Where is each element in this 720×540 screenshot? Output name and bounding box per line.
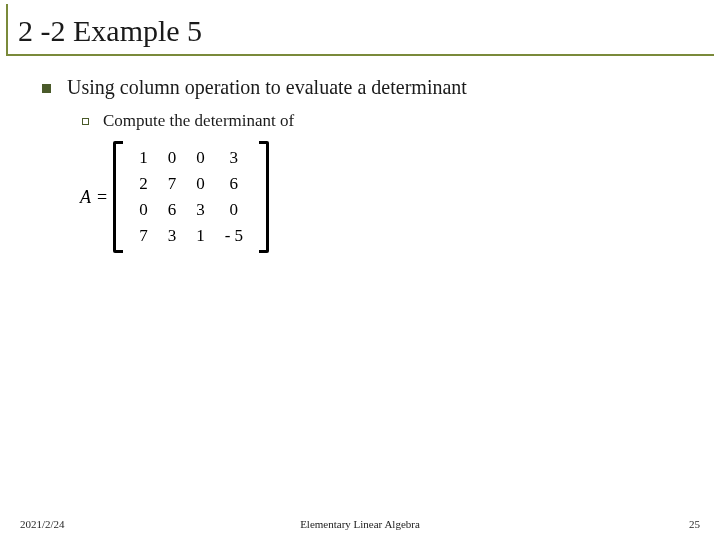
footer-center: Elementary Linear Algebra (300, 518, 420, 530)
bullet-level-2: Compute the determinant of (82, 111, 700, 131)
square-bullet-icon (42, 84, 51, 93)
table-row: 0 6 3 0 (129, 197, 253, 223)
hollow-square-bullet-icon (82, 118, 89, 125)
equals-sign: = (97, 187, 107, 208)
matrix-cell: 0 (129, 197, 158, 223)
matrix-cell: 0 (158, 145, 187, 171)
slide-footer: 2021/2/24 Elementary Linear Algebra 25 (0, 518, 720, 530)
slide-body: Using column operation to evaluate a det… (0, 56, 720, 253)
matrix-cell: 7 (158, 171, 187, 197)
matrix-cell: 7 (129, 223, 158, 249)
matrix-equation: A = 1 0 0 3 2 7 0 6 0 6 3 0 (80, 141, 700, 253)
matrix-cell: 0 (186, 171, 215, 197)
table-row: 2 7 0 6 (129, 171, 253, 197)
title-bar: 2 -2 Example 5 (6, 4, 714, 56)
matrix-cell: - 5 (215, 223, 253, 249)
footer-date: 2021/2/24 (20, 518, 65, 530)
matrix-table: 1 0 0 3 2 7 0 6 0 6 3 0 7 3 1 - 5 (129, 145, 253, 249)
left-bracket-icon (113, 141, 123, 253)
right-bracket-icon (259, 141, 269, 253)
matrix-cell: 0 (186, 145, 215, 171)
matrix-cell: 1 (186, 223, 215, 249)
matrix-cell: 6 (158, 197, 187, 223)
matrix-cell: 2 (129, 171, 158, 197)
matrix-cell: 3 (215, 145, 253, 171)
matrix-cell: 3 (158, 223, 187, 249)
matrix-lhs: A (80, 187, 91, 208)
matrix-cell: 1 (129, 145, 158, 171)
bullet2-text: Compute the determinant of (103, 111, 294, 131)
slide-title: 2 -2 Example 5 (18, 14, 714, 48)
matrix-cell: 6 (215, 171, 253, 197)
matrix-cell: 0 (215, 197, 253, 223)
page-number: 25 (689, 518, 700, 530)
bullet1-text: Using column operation to evaluate a det… (67, 76, 467, 99)
bullet-level-1: Using column operation to evaluate a det… (42, 76, 700, 99)
table-row: 1 0 0 3 (129, 145, 253, 171)
table-row: 7 3 1 - 5 (129, 223, 253, 249)
matrix-cell: 3 (186, 197, 215, 223)
